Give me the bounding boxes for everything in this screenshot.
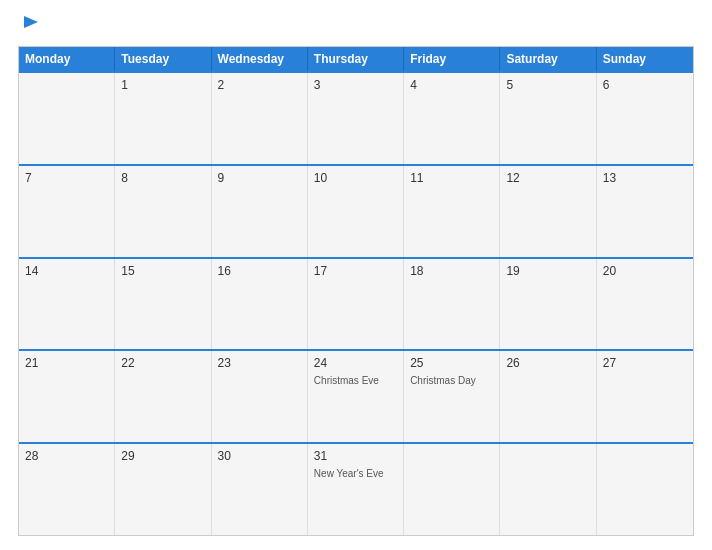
- day-number: 5: [506, 78, 589, 92]
- logo: [18, 14, 42, 36]
- calendar-cell: 18: [404, 259, 500, 350]
- logo-flag-icon: [20, 14, 42, 36]
- day-number: 14: [25, 264, 108, 278]
- header-day-sunday: Sunday: [597, 47, 693, 71]
- day-number: 10: [314, 171, 397, 185]
- day-number: 2: [218, 78, 301, 92]
- calendar-cell: 17: [308, 259, 404, 350]
- holiday-name: New Year's Eve: [314, 467, 397, 480]
- calendar-cell: 22: [115, 351, 211, 442]
- calendar-cell: 14: [19, 259, 115, 350]
- day-number: 24: [314, 356, 397, 370]
- calendar-cell: 30: [212, 444, 308, 535]
- svg-marker-0: [24, 16, 38, 28]
- calendar-cell: 6: [597, 73, 693, 164]
- day-number: 27: [603, 356, 687, 370]
- day-number: 22: [121, 356, 204, 370]
- calendar-cell: 25Christmas Day: [404, 351, 500, 442]
- calendar-cell: 8: [115, 166, 211, 257]
- calendar-cell: [597, 444, 693, 535]
- calendar-cell: 19: [500, 259, 596, 350]
- day-number: 6: [603, 78, 687, 92]
- calendar-cell: 21: [19, 351, 115, 442]
- day-number: 7: [25, 171, 108, 185]
- day-number: 9: [218, 171, 301, 185]
- day-number: 23: [218, 356, 301, 370]
- calendar-week-4: 21222324Christmas Eve25Christmas Day2627: [19, 349, 693, 442]
- header-day-saturday: Saturday: [500, 47, 596, 71]
- day-number: 4: [410, 78, 493, 92]
- page-header: [18, 14, 694, 36]
- header-day-thursday: Thursday: [308, 47, 404, 71]
- day-number: 30: [218, 449, 301, 463]
- day-number: 12: [506, 171, 589, 185]
- calendar-cell: 11: [404, 166, 500, 257]
- calendar-week-1: 123456: [19, 71, 693, 164]
- calendar-cell: 27: [597, 351, 693, 442]
- calendar-cell: 1: [115, 73, 211, 164]
- calendar-cell: 10: [308, 166, 404, 257]
- calendar-cell: 4: [404, 73, 500, 164]
- header-day-tuesday: Tuesday: [115, 47, 211, 71]
- calendar-cell: 29: [115, 444, 211, 535]
- day-number: 20: [603, 264, 687, 278]
- calendar-week-5: 28293031New Year's Eve: [19, 442, 693, 535]
- calendar-cell: 15: [115, 259, 211, 350]
- day-number: 3: [314, 78, 397, 92]
- calendar-cell: 3: [308, 73, 404, 164]
- header-day-monday: Monday: [19, 47, 115, 71]
- day-number: 19: [506, 264, 589, 278]
- calendar-cell: 5: [500, 73, 596, 164]
- calendar-grid: MondayTuesdayWednesdayThursdayFridaySatu…: [18, 46, 694, 536]
- header-day-friday: Friday: [404, 47, 500, 71]
- day-number: 16: [218, 264, 301, 278]
- calendar-header: MondayTuesdayWednesdayThursdayFridaySatu…: [19, 47, 693, 71]
- day-number: 8: [121, 171, 204, 185]
- day-number: 21: [25, 356, 108, 370]
- calendar-week-3: 14151617181920: [19, 257, 693, 350]
- calendar-cell: 23: [212, 351, 308, 442]
- calendar-cell: 13: [597, 166, 693, 257]
- calendar-cell: 24Christmas Eve: [308, 351, 404, 442]
- day-number: 26: [506, 356, 589, 370]
- day-number: 17: [314, 264, 397, 278]
- day-number: 15: [121, 264, 204, 278]
- calendar-cell: 28: [19, 444, 115, 535]
- holiday-name: Christmas Eve: [314, 374, 397, 387]
- day-number: 31: [314, 449, 397, 463]
- calendar-cell: [500, 444, 596, 535]
- day-number: 25: [410, 356, 493, 370]
- calendar-week-2: 78910111213: [19, 164, 693, 257]
- day-number: 13: [603, 171, 687, 185]
- calendar-page: MondayTuesdayWednesdayThursdayFridaySatu…: [0, 0, 712, 550]
- calendar-cell: 2: [212, 73, 308, 164]
- calendar-cell: [404, 444, 500, 535]
- calendar-cell: 9: [212, 166, 308, 257]
- day-number: 28: [25, 449, 108, 463]
- header-day-wednesday: Wednesday: [212, 47, 308, 71]
- day-number: 1: [121, 78, 204, 92]
- calendar-cell: 20: [597, 259, 693, 350]
- day-number: 29: [121, 449, 204, 463]
- holiday-name: Christmas Day: [410, 374, 493, 387]
- calendar-cell: 16: [212, 259, 308, 350]
- calendar-cell: 31New Year's Eve: [308, 444, 404, 535]
- calendar-cell: 12: [500, 166, 596, 257]
- day-number: 11: [410, 171, 493, 185]
- calendar-cell: 26: [500, 351, 596, 442]
- calendar-cell: [19, 73, 115, 164]
- calendar-cell: 7: [19, 166, 115, 257]
- calendar-body: 123456789101112131415161718192021222324C…: [19, 71, 693, 535]
- day-number: 18: [410, 264, 493, 278]
